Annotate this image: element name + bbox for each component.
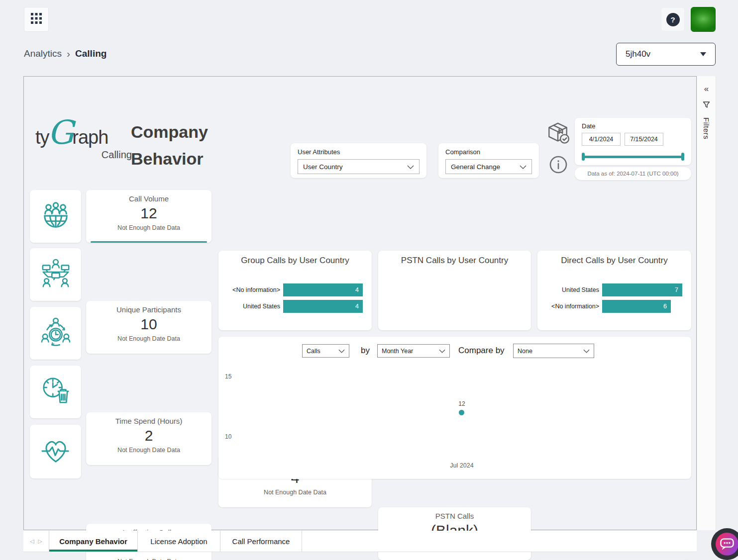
kpi-note: Not Enough Date Data bbox=[86, 335, 211, 342]
breadcrumb-current-page: Calling bbox=[75, 48, 106, 59]
measure-value: Calls bbox=[307, 348, 320, 355]
data-point[interactable] bbox=[459, 410, 464, 415]
tab-label: License Adoption bbox=[150, 537, 207, 546]
kpi-card-time-spend[interactable]: Time Spend (Hours) 2 Not Enough Date Dat… bbox=[86, 412, 211, 465]
bar[interactable]: 7 bbox=[602, 283, 682, 296]
y-axis-tick: 10 bbox=[225, 433, 231, 440]
tab-label: Company Behavior bbox=[59, 537, 127, 546]
help-button[interactable]: ? bbox=[661, 7, 685, 31]
comparison-label: Comparison bbox=[445, 148, 532, 156]
chevron-down-icon bbox=[407, 163, 414, 171]
tab-label: Call Performance bbox=[232, 537, 290, 546]
bar-value-label: 4 bbox=[355, 286, 359, 293]
time-spend-icon-card[interactable] bbox=[30, 307, 81, 360]
compare-value: None bbox=[518, 348, 532, 355]
workspace-dropdown[interactable]: 5jh40v bbox=[616, 43, 716, 66]
app-launcher-button[interactable] bbox=[24, 7, 49, 32]
report-canvas: ty G raph Calling Company Behavior User … bbox=[23, 76, 697, 530]
clock-trash-icon bbox=[40, 375, 71, 408]
unadopted-licenses-icon-card[interactable] bbox=[30, 425, 81, 478]
dimension-value: Month Year bbox=[382, 348, 413, 355]
kpi-title: Time Spend (Hours) bbox=[86, 417, 211, 425]
slider-track[interactable] bbox=[583, 156, 683, 158]
account-logo-button[interactable] bbox=[691, 7, 716, 32]
chevron-down-icon bbox=[700, 52, 706, 56]
page-title-line2: Behavior bbox=[131, 146, 208, 173]
comparison-dropdown[interactable]: General Change bbox=[445, 159, 532, 174]
bar-row[interactable]: <No information> 6 bbox=[540, 300, 682, 313]
bar-category-label: <No information> bbox=[221, 286, 283, 293]
logo-text-g: G bbox=[48, 120, 74, 145]
kpi-note: Not Enough Date Data bbox=[218, 489, 372, 496]
prev-page-arrow-icon[interactable]: ◁ bbox=[30, 538, 34, 545]
bar-row[interactable]: <No information> 4 bbox=[221, 283, 363, 296]
kpi-card-call-volume[interactable]: Call Volume 12 Not Enough Date Data bbox=[86, 190, 211, 243]
filters-pane-collapsed[interactable]: « Filters bbox=[697, 76, 716, 530]
slider-handle-end[interactable] bbox=[681, 153, 684, 161]
user-attributes-label: User Attributes bbox=[298, 148, 420, 156]
kpi-value: 2 bbox=[86, 427, 211, 444]
kpi-card-unique-participants[interactable]: Unique Participants 10 Not Enough Date D… bbox=[86, 301, 211, 354]
chevron-down-icon bbox=[583, 348, 590, 355]
measure-dropdown[interactable]: Calls bbox=[302, 344, 349, 358]
date-range-slider[interactable] bbox=[582, 153, 684, 161]
bar[interactable]: 4 bbox=[283, 283, 363, 296]
chat-widget-button[interactable] bbox=[711, 528, 738, 560]
people-globe-icon bbox=[40, 200, 71, 233]
chart-title: Group Calls by User Country bbox=[218, 251, 372, 266]
meeting-icon bbox=[40, 258, 71, 291]
user-attributes-dropdown[interactable]: User Country bbox=[298, 159, 420, 174]
date-start-input[interactable]: 4/1/2024 bbox=[582, 133, 621, 146]
expand-pane-icon[interactable]: « bbox=[704, 84, 709, 94]
bar-row[interactable]: United States 7 bbox=[540, 283, 682, 296]
chart-direct-calls-by-country[interactable]: Direct Calls by User Country United Stat… bbox=[537, 251, 691, 330]
breadcrumb-section[interactable]: Analytics bbox=[24, 48, 62, 59]
kpi-title: Unique Participants bbox=[86, 305, 211, 314]
bar-value-label: 6 bbox=[663, 303, 667, 310]
call-volume-icon-card[interactable] bbox=[30, 190, 81, 243]
data-as-of-badge: Data as of: 2024-07-11 (UTC 00:00) bbox=[575, 167, 691, 180]
kpi-note: Not Enough Date Data bbox=[86, 224, 211, 231]
kpi-value: 12 bbox=[86, 205, 211, 222]
tygraph-logo: ty G raph Calling bbox=[35, 120, 133, 161]
next-page-arrow-icon[interactable]: ▷ bbox=[38, 538, 42, 545]
bar[interactable]: 6 bbox=[602, 300, 671, 313]
tab-company-behavior[interactable]: Company Behavior bbox=[49, 531, 138, 552]
chat-bubble-icon bbox=[716, 533, 738, 556]
kpi-value: 10 bbox=[86, 316, 211, 333]
page-tab-bar: ◁ ▷ Company Behavior License Adoption Ca… bbox=[23, 531, 697, 552]
slider-handle-start[interactable] bbox=[582, 153, 585, 161]
question-mark-icon: ? bbox=[666, 13, 680, 26]
kpi-note: Not Enough Date Data bbox=[86, 558, 211, 560]
date-label: Date bbox=[582, 122, 684, 130]
dimension-dropdown[interactable]: Month Year bbox=[377, 344, 450, 358]
chart-group-calls-by-country[interactable]: Group Calls by User Country <No informat… bbox=[218, 251, 372, 330]
y-axis-tick: 15 bbox=[225, 373, 231, 380]
chart-calls-by-month[interactable]: Calls by Month Year Compare by None 15 1… bbox=[218, 337, 691, 479]
workspace-dropdown-value: 5jh40v bbox=[626, 49, 650, 59]
unique-participants-icon-card[interactable] bbox=[30, 248, 81, 301]
user-attributes-slicer: User Attributes User Country bbox=[291, 143, 426, 178]
bar-category-label: United States bbox=[540, 286, 602, 293]
package-check-icon[interactable] bbox=[544, 120, 571, 149]
bar-value-label: 4 bbox=[355, 303, 359, 310]
tab-license-adoption[interactable]: License Adoption bbox=[138, 531, 220, 552]
bar-row[interactable]: United States 4 bbox=[221, 300, 363, 313]
date-end-input[interactable]: 7/15/2024 bbox=[625, 133, 663, 146]
bar[interactable]: 4 bbox=[283, 300, 363, 313]
compare-dropdown[interactable]: None bbox=[513, 344, 594, 358]
chart-title: PSTN Calls by User Country bbox=[378, 251, 531, 266]
filters-pane-label: Filters bbox=[702, 117, 711, 139]
kpi-title: Call Volume bbox=[86, 194, 211, 203]
bar-category-label: <No information> bbox=[540, 303, 602, 310]
waffle-icon bbox=[31, 13, 42, 26]
kpi-title: PSTN Calls bbox=[378, 512, 531, 520]
chart-pstn-calls-by-country[interactable]: PSTN Calls by User Country bbox=[378, 251, 531, 330]
chevron-down-icon bbox=[520, 163, 527, 171]
tab-nav-arrows: ◁ ▷ bbox=[23, 531, 49, 552]
tab-call-performance[interactable]: Call Performance bbox=[220, 531, 302, 552]
info-icon[interactable] bbox=[547, 154, 569, 178]
breadcrumb: Analytics › Calling bbox=[24, 48, 106, 60]
ineffective-calls-icon-card[interactable] bbox=[30, 366, 81, 418]
page-title-line1: Company bbox=[131, 119, 208, 146]
